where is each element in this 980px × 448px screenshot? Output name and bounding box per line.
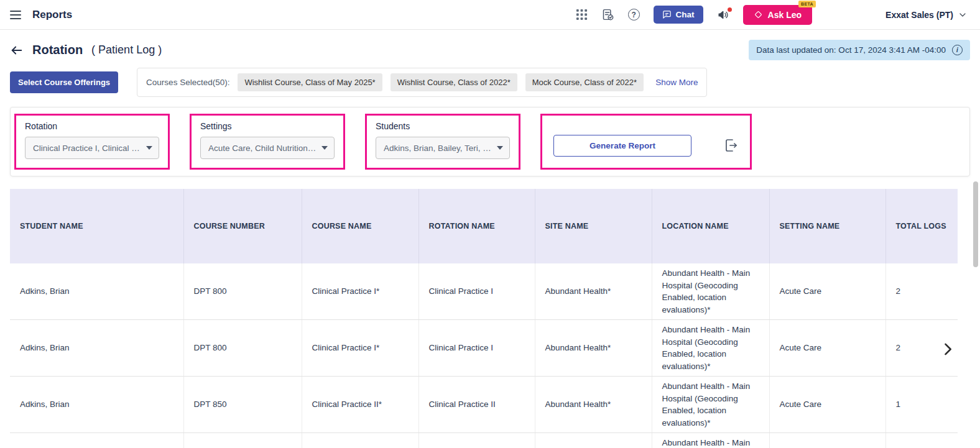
scroll-right-chevron[interactable] <box>939 341 956 360</box>
chevron-down-icon <box>146 146 152 150</box>
table-cell: DPT 850 <box>183 377 302 433</box>
table-cell: Clinical Practice II <box>418 433 535 448</box>
table-cell: Abundant Health* <box>535 320 652 377</box>
table-cell: DPT 800 <box>183 263 302 320</box>
help-icon[interactable]: ? <box>628 9 640 21</box>
table-row: Adkins, BrianDPT 850Clinical Practice II… <box>10 377 958 433</box>
help-glyph: ? <box>628 9 640 21</box>
chevron-down-icon <box>321 146 328 150</box>
chat-button-label: Chat <box>676 10 695 19</box>
filters-card: Rotation Clinical Practice I, Clinical P… <box>10 107 970 176</box>
select-course-offerings-button[interactable]: Select Course Offerings <box>10 71 118 93</box>
last-updated-banner: Data last updated on: Oct 17, 2024 3:41 … <box>749 40 970 60</box>
apps-grid-glyph <box>576 9 588 21</box>
column-header: COURSE NAME <box>302 189 418 263</box>
selected-courses-box: Courses Selected(50): Wishlist Course, C… <box>137 68 707 97</box>
table-cell: Abundant Health - Main Hospital (Geocodi… <box>652 320 769 377</box>
courses-selected-label: Courses Selected(50): <box>146 78 229 87</box>
export-button[interactable] <box>724 138 739 153</box>
apps-grid-icon[interactable] <box>576 9 588 21</box>
report-subtitle: ( Patient Log ) <box>91 43 162 57</box>
settings-label: Settings <box>200 121 335 131</box>
students-label: Students <box>376 121 510 131</box>
settings-select[interactable]: Acute Care, Child Nutrition, ... <box>200 137 335 159</box>
rotation-label: Rotation <box>25 121 159 131</box>
account-label: Exxat Sales (PT) <box>885 10 953 20</box>
table-cell: Acute Care <box>769 433 885 448</box>
generate-report-button[interactable]: Generate Report <box>553 135 691 157</box>
table-cell: Acute Care <box>769 263 885 320</box>
column-header: COURSE NUMBER <box>183 189 302 263</box>
generate-report-annotation: Generate Report <box>540 114 752 170</box>
column-header: SETTING NAME <box>769 189 885 263</box>
table-cell: Clinical Practice I <box>418 263 535 320</box>
table-cell: Clinical Practice I <box>418 320 535 377</box>
table-cell: DPT 850 <box>183 433 302 448</box>
column-header: ROTATION NAME <box>418 189 535 263</box>
table-body: Adkins, BrianDPT 800Clinical Practice I*… <box>10 263 958 448</box>
back-button[interactable] <box>10 43 24 57</box>
table-cell: Adkins, Brian <box>10 320 183 377</box>
table-cell: Clinical Practice II* <box>302 377 418 433</box>
back-arrow-icon <box>10 43 24 57</box>
document-check-glyph <box>601 8 614 21</box>
announcements-icon[interactable] <box>717 9 729 21</box>
ask-leo-label: Ask Leo <box>768 10 802 20</box>
document-check-icon[interactable] <box>601 8 614 21</box>
course-selection-row: Select Course Offerings Courses Selected… <box>0 64 980 99</box>
menu-icon[interactable] <box>10 8 21 22</box>
table-header-row: STUDENT NAMECOURSE NUMBERCOURSE NAMEROTA… <box>10 189 958 263</box>
account-menu[interactable]: Exxat Sales (PT) <box>885 10 968 20</box>
table-cell: Abundant Health - Main Hospital (Geocodi… <box>652 377 769 433</box>
table-cell: Abundant Health - Main Hospital (Geocodi… <box>652 263 769 320</box>
students-filter-annotation: Students Adkins, Brian, Bailey, Teri, B.… <box>365 114 520 170</box>
table-row: Adkins, BrianDPT 850Clinical Practice II… <box>10 433 958 448</box>
course-chip: Mock Course, Class of 2022* <box>525 73 644 91</box>
vertical-scrollbar-track <box>973 181 978 442</box>
chat-icon <box>662 10 672 19</box>
table-row: Adkins, BrianDPT 800Clinical Practice I*… <box>10 263 958 320</box>
topbar: Reports ? Chat <box>0 0 980 30</box>
rotation-filter-annotation: Rotation Clinical Practice I, Clinical P… <box>14 114 170 170</box>
column-header: LOCATION NAME <box>652 189 769 263</box>
chat-button[interactable]: Chat <box>654 6 703 24</box>
report-table-area: STUDENT NAMECOURSE NUMBERCOURSE NAMEROTA… <box>10 189 958 448</box>
course-chip: Wishlist Course, Class of 2022* <box>391 73 517 91</box>
chevron-down-icon <box>958 10 968 20</box>
column-header: STUDENT NAME <box>10 189 183 263</box>
table-cell: Clinical Practice II <box>418 377 535 433</box>
table-cell: 2 <box>885 263 958 320</box>
table-cell: Abundant Health* <box>535 263 652 320</box>
last-updated-text: Data last updated on: Oct 17, 2024 3:41 … <box>756 45 946 55</box>
students-select-value: Adkins, Brian, Bailey, Teri, B... <box>384 144 492 153</box>
table-cell: Acute Care <box>769 377 885 433</box>
column-header: TOTAL LOGS <box>885 189 958 263</box>
table-cell <box>885 433 958 448</box>
table-cell: Adkins, Brian <box>10 377 183 433</box>
show-more-link[interactable]: Show More <box>655 78 698 87</box>
course-chip: Wishlist Course, Class of May 2025* <box>238 73 382 91</box>
vertical-scrollbar-thumb[interactable] <box>973 181 978 267</box>
table-cell: 1 <box>885 377 958 433</box>
column-header: SITE NAME <box>535 189 652 263</box>
page-header: Rotation ( Patient Log ) Data last updat… <box>0 30 980 64</box>
table-cell: DPT 800 <box>183 320 302 377</box>
settings-filter-annotation: Settings Acute Care, Child Nutrition, ..… <box>190 114 345 170</box>
notification-dot <box>728 7 732 12</box>
settings-select-value: Acute Care, Child Nutrition, ... <box>208 144 317 153</box>
leo-gem-icon <box>754 10 763 19</box>
export-icon <box>724 138 739 153</box>
table-row: Adkins, BrianDPT 800Clinical Practice I*… <box>10 320 958 377</box>
table-cell: Abundant Health* <box>535 377 652 433</box>
ask-leo-button[interactable]: Ask Leo BETA <box>743 5 812 25</box>
rotation-select[interactable]: Clinical Practice I, Clinical P... <box>25 137 159 159</box>
chevron-right-icon <box>939 341 956 358</box>
table-cell: Adkins, Brian <box>10 433 183 448</box>
beta-badge: BETA <box>798 1 816 7</box>
students-select[interactable]: Adkins, Brian, Bailey, Teri, B... <box>376 137 510 159</box>
chevron-down-icon <box>497 146 503 150</box>
table-cell: Clinical Practice I* <box>302 320 418 377</box>
info-icon[interactable]: i <box>952 45 963 55</box>
report-table: STUDENT NAMECOURSE NUMBERCOURSE NAMEROTA… <box>10 189 958 448</box>
table-cell: Acute Care <box>769 320 885 377</box>
